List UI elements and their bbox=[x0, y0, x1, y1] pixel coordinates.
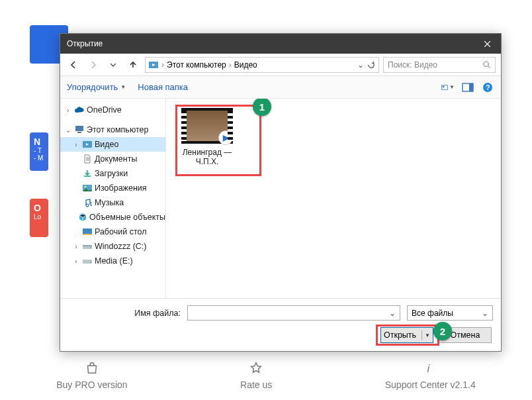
expand-icon[interactable]: › bbox=[72, 258, 80, 265]
svg-text:i: i bbox=[427, 362, 431, 374]
tree-label: Видео bbox=[95, 140, 119, 149]
tree-downloads[interactable]: Загрузки bbox=[60, 166, 165, 181]
dialog-close-button[interactable] bbox=[473, 34, 501, 54]
tree-drive-c[interactable]: ›Windozzz (C:) bbox=[60, 239, 165, 254]
footer-support[interactable]: i Support Center v2.1.4 bbox=[385, 360, 476, 390]
svg-rect-19 bbox=[83, 260, 92, 264]
video-library-icon bbox=[148, 60, 159, 70]
breadcrumb-label: Видео bbox=[234, 60, 257, 70]
drive-icon bbox=[82, 256, 93, 266]
toolbar-new-folder[interactable]: Новая папка bbox=[138, 82, 188, 92]
tree-label: OneDrive bbox=[87, 105, 122, 115]
address-refresh[interactable] bbox=[367, 60, 376, 70]
tree-drive-e[interactable]: ›Media (E:) bbox=[60, 254, 165, 268]
tree-desktop[interactable]: Рабочий стол bbox=[60, 225, 165, 239]
breadcrumb-sep: › bbox=[161, 60, 164, 70]
toolbar-organize[interactable]: Упорядочить▼ bbox=[67, 82, 126, 92]
chevron-down-icon: ⌄ bbox=[482, 309, 488, 318]
tree-label: Загрузки bbox=[95, 169, 128, 178]
tree-label: Объемные объекты bbox=[89, 213, 165, 222]
tree-label: Изображения bbox=[95, 183, 147, 193]
svg-rect-6 bbox=[469, 83, 473, 91]
video-icon bbox=[82, 139, 93, 150]
dialog-title: Открытие bbox=[67, 39, 103, 48]
svg-point-2 bbox=[484, 62, 488, 66]
bg-blue-chip: N - T - M bbox=[30, 132, 48, 171]
svg-text:?: ? bbox=[486, 83, 490, 91]
tree-label: Документы bbox=[95, 154, 137, 164]
cloud-icon bbox=[74, 105, 85, 115]
panel-icon bbox=[462, 83, 474, 92]
collapse-icon[interactable]: ⌄ bbox=[64, 126, 72, 134]
play-overlay-icon: ▶ bbox=[218, 130, 233, 145]
nav-up-button[interactable] bbox=[125, 57, 141, 73]
refresh-icon bbox=[367, 60, 376, 70]
bg-red-chip: O Lo bbox=[30, 199, 48, 237]
tree-3d-objects[interactable]: Объемные объекты bbox=[60, 210, 165, 225]
nav-recent-dropdown[interactable] bbox=[105, 57, 121, 73]
dialog-titlebar: Открытие bbox=[60, 34, 501, 54]
preview-pane-button[interactable] bbox=[461, 81, 474, 94]
tree-documents[interactable]: Документы bbox=[60, 152, 165, 166]
expand-icon[interactable]: › bbox=[72, 243, 80, 250]
cancel-button-label: Отмена bbox=[451, 330, 480, 340]
footer-buy-pro[interactable]: Buy PRO version bbox=[56, 360, 127, 390]
expand-icon[interactable]: › bbox=[64, 107, 72, 114]
app-footer: Buy PRO version Rate us i Support Center… bbox=[0, 350, 532, 400]
breadcrumb-videos[interactable]: Видео bbox=[234, 60, 257, 70]
arrow-up-icon bbox=[128, 60, 138, 70]
tree-music[interactable]: Музыка bbox=[60, 195, 165, 210]
expand-icon[interactable]: › bbox=[72, 141, 80, 148]
star-icon bbox=[247, 360, 265, 377]
address-bar[interactable]: › Этот компьютер › Видео ⌄ bbox=[145, 57, 379, 73]
footer-buy-label: Buy PRO version bbox=[56, 379, 127, 390]
thumbnails-icon bbox=[441, 83, 448, 92]
nav-back-button[interactable] bbox=[66, 57, 81, 73]
help-icon: ? bbox=[482, 82, 493, 93]
footer-rate-label: Rate us bbox=[240, 379, 272, 390]
chevron-down-icon bbox=[110, 62, 116, 68]
document-icon bbox=[82, 154, 93, 164]
tree-onedrive[interactable]: ›OneDrive bbox=[60, 103, 165, 117]
computer-icon bbox=[74, 125, 85, 135]
footer-rate-us[interactable]: Rate us bbox=[240, 360, 272, 390]
filename-label: Имя файла: bbox=[68, 309, 181, 318]
tree-this-pc[interactable]: ⌄Этот компьютер bbox=[60, 123, 165, 137]
address-dropdown[interactable]: ⌄ bbox=[357, 60, 364, 70]
tree-label: Этот компьютер bbox=[87, 125, 148, 134]
tree-pictures[interactable]: Изображения bbox=[60, 181, 165, 195]
file-pane[interactable]: 1 ▶ Ленинград — Ч.П.Х. bbox=[166, 99, 501, 298]
tree-videos[interactable]: ›Видео bbox=[60, 137, 165, 152]
search-input[interactable]: Поиск: Видео bbox=[383, 57, 496, 73]
svg-rect-14 bbox=[83, 228, 92, 234]
download-icon bbox=[82, 168, 93, 179]
search-icon bbox=[482, 60, 491, 69]
bg-blue-chip-title: N bbox=[34, 136, 44, 147]
nav-forward-button[interactable] bbox=[85, 57, 101, 73]
dialog-bottom-bar: Имя файла: ⌄ Все файлы⌄ 2 Открыть▼ Отмен… bbox=[60, 298, 501, 351]
help-button[interactable]: ? bbox=[481, 81, 494, 94]
arrow-right-icon bbox=[88, 60, 99, 70]
arrow-left-icon bbox=[68, 60, 79, 70]
drive-icon bbox=[82, 241, 93, 252]
svg-rect-17 bbox=[83, 245, 92, 246]
annotation-badge-1: 1 bbox=[253, 99, 271, 116]
annotation-badge-2: 2 bbox=[433, 322, 452, 340]
bg-blue-chip-line1: - T bbox=[34, 147, 44, 154]
filename-input[interactable]: ⌄ bbox=[187, 305, 400, 321]
breadcrumb-label: Этот компьютер bbox=[167, 60, 226, 70]
nav-row: › Этот компьютер › Видео ⌄ Поиск: Видео bbox=[60, 54, 501, 76]
toolbar-organize-label: Упорядочить bbox=[67, 82, 118, 92]
chevron-down-icon: ⌄ bbox=[389, 309, 396, 318]
close-icon bbox=[484, 40, 491, 48]
tree-label: Windozzz (C:) bbox=[95, 242, 146, 251]
tree-label: Музыка bbox=[95, 198, 124, 207]
svg-point-18 bbox=[90, 247, 91, 248]
file-type-filter[interactable]: Все файлы⌄ bbox=[407, 305, 493, 321]
info-icon: i bbox=[421, 360, 439, 377]
view-mode-button[interactable]: ▼ bbox=[441, 81, 455, 94]
filter-label: Все файлы bbox=[412, 309, 453, 318]
folder-tree: ›OneDrive ⌄Этот компьютер ›Видео Докумен… bbox=[60, 99, 166, 298]
toolbar: Упорядочить▼ Новая папка ▼ ? bbox=[60, 76, 501, 99]
breadcrumb-this-pc[interactable]: Этот компьютер bbox=[167, 60, 226, 70]
